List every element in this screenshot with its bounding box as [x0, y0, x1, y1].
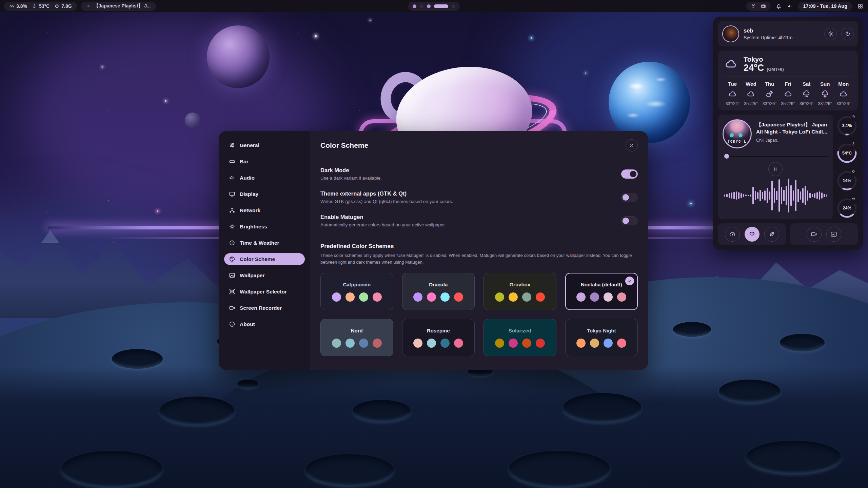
scheme-gruvbox[interactable]: Gruvbox [484, 273, 556, 310]
user-card: seb System Uptime: 4h11m [718, 21, 858, 46]
speaker-icon [787, 3, 793, 9]
sidebar-item-display[interactable]: Display [224, 188, 305, 200]
cloud-icon [728, 90, 737, 98]
now-playing-pill[interactable]: 【Japanese Playlist】 J... [81, 2, 156, 11]
memory-gauge: 14% [836, 170, 857, 191]
color-swatch [373, 339, 382, 348]
color-swatch [359, 292, 368, 302]
sidebar-item-color-scheme[interactable]: Color Scheme [224, 253, 305, 265]
wallpaper-button[interactable] [826, 227, 841, 242]
scheme-nord[interactable]: Nord [320, 319, 393, 356]
sidebar-item-about[interactable]: About [224, 318, 305, 330]
notifications-button[interactable] [775, 2, 782, 10]
workspace-dot-empty[interactable] [452, 4, 455, 8]
video-icon [811, 231, 817, 238]
color-swatch [590, 292, 599, 302]
cpu-gauge: 3.1% [836, 115, 857, 136]
sidebar-item-audio[interactable]: Audio [224, 172, 305, 184]
volume-button[interactable] [786, 2, 794, 10]
system-stats-pill[interactable]: 3.8% 53°C 7.8G [4, 2, 77, 11]
crater [509, 451, 610, 488]
image-icon [229, 272, 235, 279]
scheme-noctalia-default[interactable]: Noctalia (default) [565, 273, 638, 310]
sidebar-item-screen-recorder[interactable]: Screen Recorder [224, 302, 305, 314]
cpu-usage-stat: 3.8% [9, 3, 27, 9]
play-pause-button[interactable] [768, 162, 783, 176]
color-swatch [576, 339, 586, 348]
temperature-value: 53°C [39, 3, 50, 9]
workspace-dot-active[interactable] [434, 4, 448, 8]
crater [305, 454, 394, 487]
scheme-catppuccin[interactable]: Catppuccin [320, 273, 393, 310]
purple-planet [207, 25, 270, 88]
color-swatch [427, 339, 436, 348]
tray-image-icon[interactable] [761, 3, 766, 9]
color-swatch [604, 339, 613, 348]
seek-knob[interactable] [724, 154, 729, 159]
star-sparkle [585, 73, 586, 74]
close-button[interactable] [626, 139, 638, 151]
dark-mode-row: Dark Mode Use a dark variant if availabl… [320, 167, 638, 181]
video-icon [229, 305, 235, 311]
scheme-dracula[interactable]: Dracula [402, 273, 475, 310]
color-scheme-grid: Catppuccin Dracula Gruvbox [320, 273, 638, 356]
theme-external-apps-toggle[interactable] [621, 193, 638, 202]
color-swatch [576, 292, 586, 302]
workspace-switcher[interactable] [408, 2, 460, 11]
workspace-dot-occupied[interactable] [413, 4, 416, 8]
album-art-text: TOKYO L [724, 140, 751, 143]
sidebar-item-time-weather[interactable]: Time & Weather [224, 237, 305, 249]
color-swatch [332, 292, 341, 302]
dashboard-button[interactable] [856, 2, 864, 10]
thermometer-icon [32, 4, 37, 9]
sidebar-item-brightness[interactable]: Brightness [224, 221, 305, 232]
sidebar-item-network[interactable]: Network [224, 204, 305, 216]
color-swatch [509, 292, 518, 302]
scheme-rosepine[interactable]: Rosepine [402, 319, 475, 356]
seek-bar[interactable] [723, 154, 828, 159]
pause-icon [86, 4, 91, 8]
crater [159, 396, 235, 426]
brightness-icon [229, 223, 235, 230]
screen-record-button[interactable] [807, 227, 822, 242]
control-panel: seb System Uptime: 4h11m Tokyo 24°C (GMT… [713, 17, 863, 250]
track-artist: Chill Japan. [756, 138, 828, 143]
enable-matugen-row: Enable Matugen Automatically generate co… [320, 214, 638, 227]
power-button[interactable] [841, 28, 854, 40]
tray-app-icon[interactable] [751, 3, 756, 9]
sidebar-item-wallpaper-selector[interactable]: Wallpaper Selector [224, 286, 305, 298]
top-bar: 3.8% 53°C 7.8G 【Japanese Playlist】 J... [0, 0, 868, 12]
settings-dialog: General Bar Audio Display Network Bright… [219, 131, 648, 370]
balanced-profile-button[interactable] [745, 227, 760, 242]
workspace-dot-empty[interactable] [420, 4, 423, 8]
weather-card[interactable]: Tokyo 24°C (GMT+9) Tue 33°/24° Wed 35°/2… [718, 50, 858, 110]
powersave-profile-button[interactable] [764, 227, 779, 242]
sidebar-item-bar[interactable]: Bar [224, 156, 305, 167]
star-sparkle [102, 66, 103, 67]
workspace-dot-occupied[interactable] [427, 4, 431, 8]
enable-matugen-toggle[interactable] [621, 216, 638, 225]
speedometer-icon [9, 4, 14, 9]
performance-profile-button[interactable] [725, 227, 740, 242]
scheme-solarized[interactable]: Solarized [484, 319, 556, 356]
settings-button[interactable] [824, 28, 837, 40]
dark-mode-toggle[interactable] [621, 169, 638, 179]
star-sparkle [157, 210, 158, 212]
system-gauges: 3.1% 54°C 14% 24% [836, 115, 858, 219]
color-swatch [454, 292, 463, 302]
color-swatch [495, 339, 504, 348]
toggle-knob [623, 194, 629, 201]
divider [723, 77, 853, 77]
disk-gauge: 24% [836, 198, 857, 219]
star-sparkle [531, 37, 532, 39]
monitor-icon [229, 191, 235, 197]
chip-icon [54, 4, 59, 9]
color-swatch [617, 339, 626, 348]
bell-icon [776, 3, 782, 9]
sidebar-item-general[interactable]: General [224, 139, 305, 151]
system-tray[interactable] [746, 2, 771, 11]
album-art[interactable]: TOKYO L [723, 119, 752, 148]
clock-pill[interactable]: 17:09 - Tue, 19 Aug [798, 2, 852, 11]
scheme-tokyo-night[interactable]: Tokyo Night [565, 319, 638, 356]
sidebar-item-wallpaper[interactable]: Wallpaper [224, 269, 305, 281]
